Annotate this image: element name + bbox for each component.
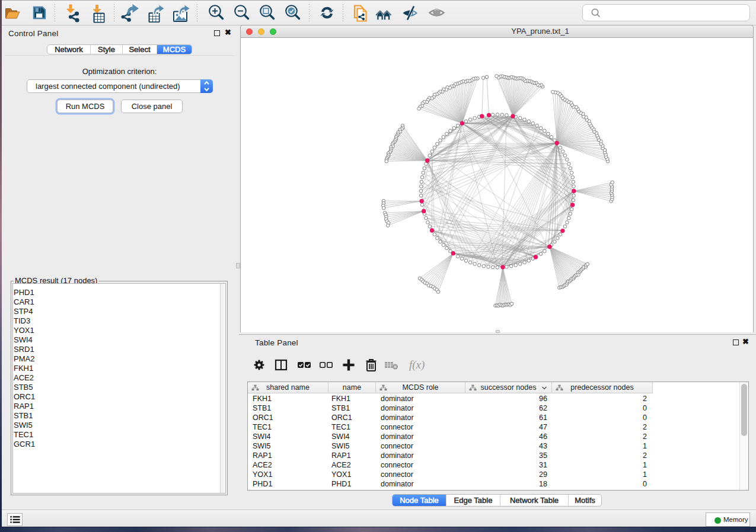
svg-text:f(x): f(x) (409, 358, 425, 371)
